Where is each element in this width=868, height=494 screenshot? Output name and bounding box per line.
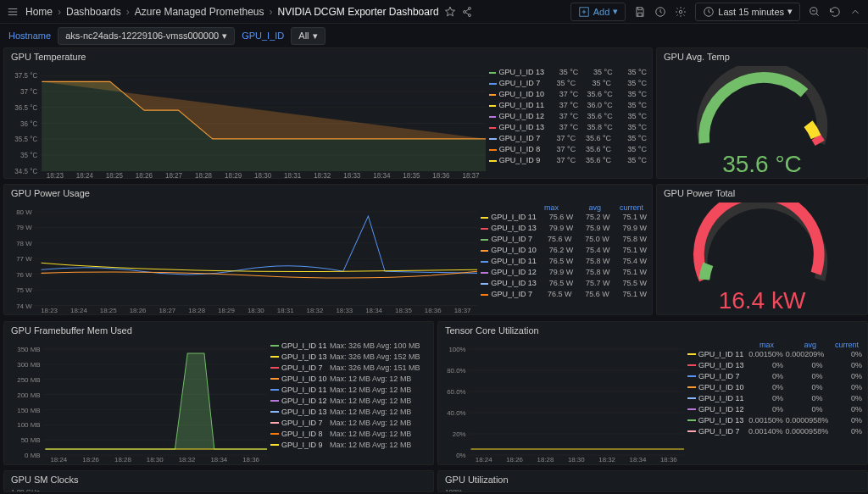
svg-text:78 W: 78 W [16,240,32,247]
breadcrumb-folder[interactable]: Azure Managed Prometheus [135,6,264,18]
panel-framebuffer[interactable]: GPU Framebuffer Mem Used 350 MB300 MB250… [3,321,434,465]
var-hostname-select[interactable]: aks-nc24ads-12229106-vmss000000▾ [58,27,235,45]
panel-gpu-power-usage[interactable]: GPU Power Usage 80 W79 W78 W77 W76 W75 W… [3,184,653,315]
panel-gpu-temperature[interactable]: GPU Temperature 37.5 °C37 °C36.5 °C36 °C… [3,47,653,179]
svg-text:18:29: 18:29 [218,307,235,314]
svg-text:18:32: 18:32 [598,455,615,463]
legend-item[interactable]: GPU_I_ID 1076.2 W75.4 W75.1 W [481,245,647,256]
svg-point-2 [468,14,470,16]
legend-item[interactable]: GPU_I_ID 737 °C35.6 °C35 °C [489,133,647,144]
svg-text:18:35: 18:35 [395,307,412,314]
chart-power[interactable]: 80 W79 W78 W77 W76 W75 W74 W18:2318:2418… [8,203,477,314]
legend-item[interactable]: GPU_I_ID 110.00150%0.000209%0% [687,349,862,360]
breadcrumb-home[interactable]: Home [25,6,53,18]
svg-text:18:26: 18:26 [130,307,147,314]
legend-item[interactable]: GPU_I_ID 837 °C35.6 °C35 °C [489,144,647,155]
breadcrumb: Home› Dashboards› Azure Managed Promethe… [25,6,473,18]
legend-tensor: maxavgcurrentGPU_I_ID 110.00150%0.000209… [684,341,862,463]
history-icon[interactable] [654,6,666,18]
chart-temperature[interactable]: 37.5 °C37 °C36.5 °C36 °C35.5 °C35 °C34.5… [8,67,486,179]
legend-item[interactable]: GPU_I_ID 776.5 W75.6 W75.1 W [481,289,647,300]
legend-item[interactable]: GPU_I_ID 130.00150%0.0000958%0% [687,415,862,426]
legend-item[interactable]: GPU_I_ID 12Max: 12 MB Avg: 12 MB [270,396,428,407]
legend-item[interactable]: GPU_I_ID 1376.5 W75.7 W75.5 W [481,278,647,289]
svg-text:80 W: 80 W [16,208,32,216]
refresh-icon[interactable] [829,6,841,18]
svg-text:34.5 °C: 34.5 °C [14,168,37,175]
gauge-power-total: 16.4 kW [657,202,867,314]
svg-text:18:28: 18:28 [537,455,554,463]
legend-item[interactable]: GPU_I_ID 9Max: 12 MB Avg: 12 MB [270,440,428,451]
legend-item[interactable]: GPU_I_ID 13Max: 12 MB Avg: 12 MB [270,407,428,418]
gear-icon[interactable] [675,6,687,18]
svg-text:18:36: 18:36 [660,455,677,463]
svg-text:18:33: 18:33 [336,307,353,314]
legend-item[interactable]: GPU_I_ID 1335 °C35 °C35 °C [489,67,647,78]
legend-item[interactable]: GPU_I_ID 735 °C35 °C35 °C [489,78,647,89]
legend-item[interactable]: GPU_I_ID 70.00140%0.0000958%0% [687,426,862,437]
legend-item[interactable]: GPU_I_ID 7Max: 326 MB Avg: 151 MB [270,363,428,374]
legend-item[interactable]: GPU_I_ID 1379.9 W75.9 W79.9 W [481,223,647,234]
chart-tensor[interactable]: 100%80.0%60.0%40.0%20%0%18:2418:2618:281… [442,341,684,463]
legend-item[interactable]: GPU_I_ID 1337 °C35.8 °C35 °C [489,122,647,133]
svg-text:18:30: 18:30 [568,455,585,463]
panel-gpu-avg-temp[interactable]: GPU Avg. Temp 35.6 °C [656,47,868,179]
legend-item[interactable]: GPU_I_ID 8Max: 12 MB Avg: 12 MB [270,429,428,440]
svg-text:150 MB: 150 MB [17,406,40,414]
svg-text:18:26: 18:26 [136,172,153,179]
svg-text:76 W: 76 W [16,271,32,279]
save-icon[interactable] [634,6,646,18]
legend-item[interactable]: GPU_I_ID 100%0%0% [687,382,862,393]
svg-text:18:31: 18:31 [277,307,294,314]
svg-text:18:24: 18:24 [476,455,492,463]
svg-text:18:37: 18:37 [462,172,480,179]
legend-item[interactable]: GPU_I_ID 1176.5 W75.8 W75.4 W [481,256,647,267]
svg-text:18:36: 18:36 [242,456,259,463]
legend-item[interactable]: GPU_I_ID 1137 °C36.0 °C35 °C [489,100,647,111]
legend-item[interactable]: GPU_I_ID 775.6 W75.0 W75.8 W [481,234,647,245]
svg-text:37 °C: 37 °C [20,88,37,96]
panel-tensor-core[interactable]: Tensor Core Utilization 100%80.0%60.0%40… [437,321,868,465]
chevron-up-icon[interactable] [849,6,861,18]
legend-item[interactable]: GPU_I_ID 70%0%0% [687,371,862,382]
panel-title: GPU Temperature [4,48,652,65]
legend-item[interactable]: GPU_I_ID 937 °C35.6 °C35 °C [489,155,647,166]
panel-gpu-util[interactable]: GPU Utilization 100% [437,470,868,492]
legend-item[interactable]: GPU_I_ID 120%0%0% [687,404,862,415]
legend-item[interactable]: GPU_I_ID 110%0%0% [687,393,862,404]
chart-framebuffer[interactable]: 350 MB300 MB250 MB200 MB150 MB100 MB50 M… [8,341,267,463]
svg-text:50 MB: 50 MB [21,436,41,444]
gauge-value: 16.4 kW [719,287,806,314]
legend-item[interactable]: GPU_I_ID 11Max: 326 MB Avg: 100 MB [270,341,428,352]
legend-item[interactable]: GPU_I_ID 1279.9 W75.8 W75.1 W [481,267,647,278]
zoom-out-icon[interactable] [809,6,821,18]
panel-gpu-power-total[interactable]: GPU Power Total 16.4 kW [656,184,868,315]
legend-item[interactable]: GPU_I_ID 1175.6 W75.2 W75.1 W [481,212,647,223]
legend-item[interactable]: GPU_I_ID 1037 °C35.6 °C35 °C [489,89,647,100]
legend-item[interactable]: GPU_I_ID 11Max: 12 MB Avg: 12 MB [270,385,428,396]
panel-title: GPU Utilization [438,471,867,488]
legend-item[interactable]: GPU_I_ID 130%0%0% [687,360,862,371]
timerange-picker[interactable]: Last 15 minutes▾ [695,3,800,21]
svg-text:18:34: 18:34 [365,307,382,314]
var-gpu-select[interactable]: All▾ [291,27,325,45]
share-icon[interactable] [461,6,473,18]
svg-point-4 [680,10,683,14]
svg-text:18:24: 18:24 [50,456,67,463]
panel-sm-clocks[interactable]: GPU SM Clocks 1.80 GHz [3,470,434,492]
svg-text:18:28: 18:28 [195,172,213,179]
legend-item[interactable]: GPU_I_ID 7Max: 12 MB Avg: 12 MB [270,418,428,429]
legend-temperature: GPU_I_ID 1335 °C35 °C35 °CGPU_I_ID 735 °… [486,67,647,179]
page-title: NVIDIA DCGM Exporter Dashboard [278,6,439,18]
panel-title: GPU Framebuffer Mem Used [4,322,433,339]
svg-text:18:23: 18:23 [47,172,64,179]
star-icon[interactable] [444,6,456,18]
svg-text:200 MB: 200 MB [17,391,40,398]
svg-text:100 MB: 100 MB [17,421,40,429]
legend-item[interactable]: GPU_I_ID 10Max: 12 MB Avg: 12 MB [270,374,428,385]
legend-item[interactable]: GPU_I_ID 13Max: 326 MB Avg: 152 MB [270,352,428,363]
add-button[interactable]: Add▾ [570,3,626,21]
breadcrumb-dash[interactable]: Dashboards [66,6,121,18]
menu-icon[interactable] [7,6,19,18]
legend-item[interactable]: GPU_I_ID 1237 °C35.6 °C35 °C [489,111,647,122]
